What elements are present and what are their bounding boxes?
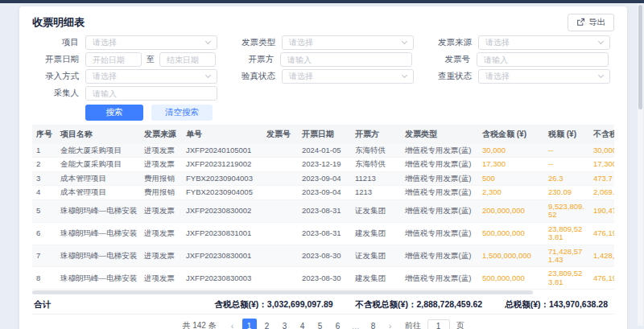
chevron-down-icon <box>598 72 604 78</box>
invoice-no-input[interactable] <box>477 52 609 67</box>
dup-status-select[interactable]: 请选择 <box>478 69 610 84</box>
cell-invoice-type: 增值税专用发票(蓝) <box>401 144 478 158</box>
issuer-label: 开票方 <box>227 54 274 65</box>
issuer-input[interactable] <box>280 52 412 67</box>
table-row: 7 珠穆朗玛峰—电梯安装 进项发票 JXFP20230830001 2023-0… <box>32 245 614 267</box>
filter-form: 项目 请选择 发票类型 请选择 发票来源 请选择 <box>32 35 614 121</box>
cell-invoice-source: 进项发票 <box>140 267 182 290</box>
cell-project-name: 成本管理项目 <box>56 171 140 185</box>
cell-amount-incl-tax: 1,500,000,000 <box>478 245 544 267</box>
cell-amount-incl-tax: 200,000,000 <box>478 199 544 222</box>
entry-method-label: 录入方式 <box>32 71 79 82</box>
cell-invoice-type: 增值税专用发票(蓝) <box>401 267 478 290</box>
cell-amount-excl-tax: 476,190,476.19 <box>589 222 614 245</box>
project-label: 项目 <box>32 37 79 48</box>
column-header: 开票日期 <box>298 125 351 144</box>
cell-index: 5 <box>32 199 56 222</box>
cell-project-name: 成本管理项目 <box>56 186 140 199</box>
cell-invoice-no <box>262 171 298 185</box>
cell-tax-amount: 9,523,809.52 <box>544 199 589 222</box>
project-select[interactable]: 请选择 <box>85 35 217 50</box>
cell-issuer: 东海特供 <box>351 144 401 158</box>
cell-order-no: JXFP20231219002 <box>182 158 262 171</box>
cell-project-name: 珠穆朗玛峰—电梯安装 <box>56 199 140 222</box>
cell-invoice-source: 进项发票 <box>140 199 182 222</box>
invoice-table: 序号项目名称发票来源单号发票号开票日期开票方发票类型含税金额 (¥)税额 (¥)… <box>32 125 614 296</box>
cell-invoice-source: 费用报销 <box>140 171 182 185</box>
chevron-down-icon <box>402 72 407 78</box>
summary-item: 含税总额(¥)：3,032,699,097.89 <box>214 299 332 310</box>
verify-status-select-placeholder: 请选择 <box>289 71 313 82</box>
invoice-no-label: 发票号 <box>423 54 470 65</box>
cell-invoice-type: 增值税专用发票(蓝) <box>401 245 478 267</box>
table-row: 8 珠穆朗玛峰—电梯安装 进项发票 JXFP20230830003 2023-0… <box>32 267 614 290</box>
table-row: 3 成本管理项目 费用报销 FYBX20230904003 2023-09-04… <box>32 171 614 185</box>
invoice-source-select-placeholder: 请选择 <box>485 37 510 48</box>
table-header-row: 序号项目名称发票来源单号发票号开票日期开票方发票类型含税金额 (¥)税额 (¥)… <box>32 125 614 144</box>
page-button[interactable]: … <box>349 319 363 329</box>
cell-invoice-no <box>262 186 298 199</box>
page-button[interactable]: 1 <box>242 319 257 329</box>
horizontal-scrollbar[interactable] <box>32 290 614 294</box>
cell-amount-incl-tax: 30,000 <box>478 144 544 158</box>
cell-issuer: 建发集团 <box>351 222 401 245</box>
vertical-scrollbar-thumb[interactable] <box>638 5 642 109</box>
horizontal-scrollbar-thumb[interactable] <box>32 290 533 294</box>
export-button[interactable]: 导出 <box>568 14 614 31</box>
summary-item-label: 含税总额(¥)： <box>214 299 266 309</box>
column-header: 不含税金额 (¥) <box>589 125 614 144</box>
summary-item-value: 2,888,728,459.62 <box>416 299 482 309</box>
summary-item: 总税额(¥)：143,970,638.28 <box>505 299 608 310</box>
goto-page-input[interactable] <box>427 319 450 329</box>
search-button[interactable]: 搜索 <box>85 105 143 121</box>
page-button[interactable]: 8 <box>366 319 381 329</box>
cell-order-no: JXFP20230830002 <box>182 199 262 222</box>
cell-invoice-date: 2023-08-31 <box>298 222 351 245</box>
next-page-button[interactable]: › <box>384 322 397 329</box>
cell-project-name: 珠穆朗玛峰—电梯安装 <box>56 245 140 267</box>
vertical-scrollbar[interactable] <box>638 3 643 326</box>
verify-status-select[interactable]: 请选择 <box>282 69 414 84</box>
cell-invoice-no <box>262 222 298 245</box>
end-date-input[interactable] <box>159 52 216 67</box>
cell-project-name: 珠穆朗玛峰—电梯安装 <box>56 267 140 290</box>
cell-project-name: 金能大厦采购项目 <box>56 158 140 171</box>
dup-status-select-placeholder: 请选择 <box>485 71 510 82</box>
cell-issuer: 证发集团 <box>351 199 401 222</box>
cell-tax-amount: -- <box>544 144 589 158</box>
prev-page-button[interactable]: ‹ <box>226 322 239 329</box>
goto-unit-label: 页 <box>456 320 464 329</box>
column-header: 单号 <box>182 125 262 144</box>
page-button[interactable]: 2 <box>260 319 275 329</box>
page-button[interactable]: 4 <box>295 319 310 329</box>
page-background: 收票明细表 导出 项目 请选择 <box>0 3 644 329</box>
invoice-type-select[interactable]: 请选择 <box>282 35 414 50</box>
start-date-input[interactable] <box>85 52 142 67</box>
cell-invoice-date: 2023-12-19 <box>298 158 351 171</box>
table-row: 5 珠穆朗玛峰—电梯安装 进项发票 JXFP20230830002 2023-0… <box>32 199 614 222</box>
cell-invoice-no <box>262 245 298 267</box>
goto-label: 前往 <box>405 320 421 329</box>
cell-amount-excl-tax: 2,069.91 <box>589 186 614 199</box>
collector-input[interactable] <box>85 86 217 101</box>
cell-issuer: 东海特供 <box>351 158 401 171</box>
cell-invoice-type: 增值税专用发票(蓝) <box>401 186 478 199</box>
cell-invoice-source: 进项发票 <box>140 158 182 171</box>
collector-label: 采集人 <box>32 88 79 99</box>
pagination: 共 142 条 ‹ 123456…8 › 前往 页 <box>32 315 614 329</box>
column-header: 税额 (¥) <box>544 125 589 144</box>
column-header: 项目名称 <box>56 125 140 144</box>
invoice-source-select[interactable]: 请选择 <box>478 35 610 50</box>
verify-status-label: 验真状态 <box>229 71 275 82</box>
cell-invoice-no <box>262 267 298 290</box>
clear-search-button[interactable]: 清空搜索 <box>151 105 213 121</box>
cell-amount-incl-tax: 500,000,000 <box>478 267 544 290</box>
entry-method-select[interactable]: 请选择 <box>85 69 217 84</box>
page-title: 收票明细表 <box>32 15 85 30</box>
page-button[interactable]: 3 <box>278 319 292 329</box>
cell-amount-excl-tax: 476,190,476.19 <box>589 267 614 290</box>
page-button[interactable]: 5 <box>313 319 328 329</box>
page-button[interactable]: 6 <box>331 319 345 329</box>
cell-invoice-date: 2023-09-04 <box>298 171 351 185</box>
cell-index: 6 <box>32 222 56 245</box>
